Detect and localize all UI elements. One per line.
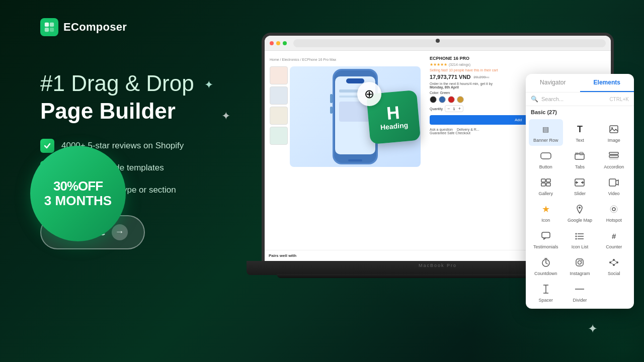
svg-rect-11 (330, 94, 333, 103)
tab-elements[interactable]: Elements (580, 74, 634, 92)
svg-rect-31 (609, 179, 616, 186)
video-label: Video (608, 191, 620, 196)
elements-grid: ▤ Banner Row T Text Image Button (526, 117, 634, 309)
ask-question[interactable]: Ask a question (430, 128, 453, 131)
testimonials-icon (539, 229, 553, 243)
divider-icon (573, 282, 587, 296)
review-count: (3214 ratings) (449, 63, 470, 66)
element-testimonials[interactable]: Testimonials (529, 226, 563, 252)
hotspot-icon (607, 202, 621, 216)
svg-line-56 (615, 263, 617, 264)
svg-rect-24 (541, 179, 545, 182)
svg-rect-27 (546, 183, 550, 186)
video-icon (607, 175, 621, 190)
qty-decrease[interactable]: − (447, 106, 450, 111)
svg-point-38 (576, 236, 577, 237)
element-banner-row[interactable]: ▤ Banner Row (529, 119, 563, 146)
element-slider[interactable]: Slider (563, 172, 597, 199)
instagram-label: Instagram (570, 271, 590, 276)
element-button[interactable]: Button (529, 146, 563, 172)
svg-rect-26 (541, 183, 545, 186)
qty-increase[interactable]: + (458, 106, 461, 111)
browser-url-bar (293, 39, 606, 47)
icon-list-icon (573, 229, 587, 243)
swatch-blue[interactable] (439, 96, 446, 103)
accordion-icon (607, 149, 621, 163)
instagram-icon (573, 255, 587, 269)
cta-arrow-icon: → (112, 224, 128, 240)
element-google-map[interactable]: Google Map (563, 199, 597, 226)
svg-rect-35 (542, 232, 550, 238)
heading-letter: H (386, 104, 400, 123)
image-label: Image (608, 138, 620, 143)
social-label: Social (608, 271, 620, 276)
svg-rect-7 (346, 78, 364, 83)
svg-marker-29 (576, 181, 578, 184)
element-accordion[interactable]: Accordion (597, 146, 631, 172)
star-rating: ★★★★★ (430, 62, 447, 67)
svg-point-32 (579, 207, 581, 209)
move-cursor-icon: ⊕ (357, 82, 381, 106)
thumbnail-4[interactable] (270, 127, 288, 145)
element-text[interactable]: T Text (563, 119, 597, 146)
gallery-label: Gallery (539, 191, 553, 196)
svg-rect-14 (348, 159, 362, 161)
svg-rect-23 (609, 158, 618, 159)
tabs-label: Tabs (575, 164, 585, 169)
svg-point-34 (610, 206, 617, 213)
element-instagram[interactable]: Instagram (563, 252, 597, 279)
element-social[interactable]: Social (597, 252, 631, 279)
element-image[interactable]: Image (597, 119, 631, 146)
element-icon-list[interactable]: Icon List (563, 226, 597, 252)
headline-light: #1 Drag & Drop ✦ (40, 70, 262, 97)
swatch-red[interactable] (448, 96, 455, 103)
element-spacer[interactable]: Spacer (529, 279, 563, 306)
elements-panel: Navigator Elements 🔍 Search... CTRL+K Ba… (526, 74, 634, 309)
thumbnail-1[interactable] (270, 66, 288, 84)
svg-rect-17 (541, 153, 551, 159)
svg-rect-12 (330, 107, 333, 114)
svg-rect-21 (609, 152, 618, 154)
gallery-icon (539, 175, 553, 190)
svg-line-54 (615, 260, 617, 262)
logo-area: EComposer (40, 18, 127, 36)
swatch-dark[interactable] (430, 96, 437, 103)
text-icon: T (573, 122, 587, 136)
browser-min-dot (276, 41, 280, 45)
discount-text: 30%OFF (53, 179, 103, 194)
svg-line-55 (611, 263, 613, 264)
svg-point-36 (576, 233, 577, 235)
delivery-info[interactable]: Delivery & R... (457, 128, 479, 131)
icon-label: Icon (541, 218, 550, 223)
element-gallery[interactable]: Gallery (529, 172, 563, 199)
svg-line-44 (546, 263, 547, 264)
spacer-label: Spacer (539, 298, 553, 303)
laptop-mockup: Home / Electronics / ECPhone 16 Pro Max (247, 33, 629, 344)
counter-label: Counter (606, 244, 622, 249)
element-hotspot[interactable]: Hotspot (597, 199, 631, 226)
svg-point-47 (578, 261, 582, 264)
element-divider[interactable]: Divider (563, 279, 597, 306)
countdown-label: Countdown (534, 271, 557, 276)
logo-icon (40, 18, 58, 36)
element-countdown[interactable]: Countdown (529, 252, 563, 279)
logo-text: EComposer (63, 21, 127, 34)
price-old: 20,299... (473, 75, 489, 79)
element-counter[interactable]: # Counter (597, 226, 631, 252)
swatch-gold[interactable] (457, 96, 464, 103)
rating-row: ★★★★★ (3214 ratings) (430, 62, 607, 67)
svg-rect-2 (50, 23, 54, 27)
thumbnail-3[interactable] (270, 107, 288, 125)
countdown-icon (539, 255, 553, 269)
panel-search-area: 🔍 Search... CTRL+K (526, 93, 634, 106)
search-input[interactable]: Search... (541, 96, 606, 102)
element-tabs[interactable]: Tabs (563, 146, 597, 172)
element-icon[interactable]: ★ Icon (529, 199, 563, 226)
thumbnail-2[interactable] (270, 86, 288, 105)
element-video[interactable]: Video (597, 172, 631, 199)
guarantee-text: Guarantee Safe Checkout (430, 131, 470, 135)
heading-label: Heading (380, 121, 408, 132)
tab-navigator[interactable]: Navigator (526, 74, 580, 92)
accordion-label: Accordion (604, 164, 624, 169)
quantity-label: Quantity (430, 107, 443, 111)
